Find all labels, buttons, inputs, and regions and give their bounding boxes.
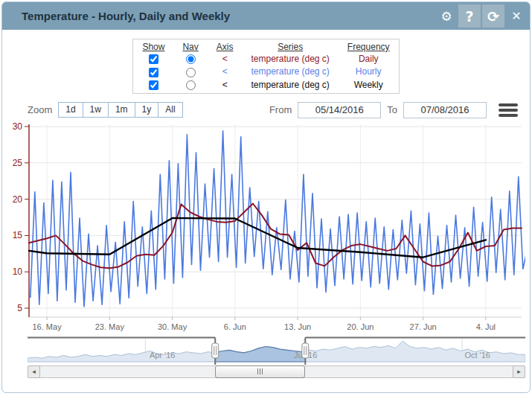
svg-text:15: 15 (13, 230, 23, 240)
col-nav: Nav (173, 39, 207, 54)
scrollbar-thumb[interactable] (215, 365, 305, 378)
header-icons: ⚙ ? ⟳ ✕ (435, 2, 530, 30)
axis-link-weekly[interactable]: < (222, 80, 228, 90)
svg-text:Oct '16: Oct '16 (464, 351, 490, 360)
chart-scrollbar: ◂ ▸ (28, 365, 525, 378)
svg-text:25: 25 (13, 158, 23, 168)
legend-row-weekly: < temperature (deg c) Weekly (133, 79, 399, 94)
zoom-1m-button[interactable]: 1m (108, 102, 135, 118)
settings-gear-icon[interactable]: ⚙ (436, 4, 457, 28)
widget-title: Temperature - Hourly, Daily and Weekly (2, 10, 230, 22)
svg-text:20: 20 (13, 194, 23, 205)
svg-text:30: 30 (13, 121, 23, 132)
col-series: Series (242, 39, 338, 54)
series-link-hourly[interactable]: temperature (deg c) (251, 66, 329, 77)
col-frequency: Frequency (339, 39, 399, 54)
series-legend: Show Nav Axis Series Frequency < tempera… (132, 39, 399, 94)
svg-text:5: 5 (17, 303, 22, 313)
to-date-input[interactable] (403, 102, 487, 118)
frequency-label-weekly: Weekly (354, 80, 383, 90)
from-date-input[interactable] (298, 102, 381, 118)
temperature-chart[interactable]: 16. May23. May30. May6. Jun13. Jun20. Ju… (7, 121, 525, 335)
page: Temperature - Hourly, Daily and Weekly ⚙… (0, 0, 532, 396)
close-icon[interactable]: ✕ (506, 4, 527, 28)
menu-icon[interactable] (499, 103, 518, 117)
zoom-label: Zoom (28, 104, 52, 115)
legend-container: Show Nav Axis Series Frequency < tempera… (2, 39, 530, 94)
nav-radio-weekly[interactable] (186, 80, 196, 90)
refresh-icon[interactable]: ⟳ (482, 4, 504, 28)
zoom-1y-button[interactable]: 1y (135, 102, 159, 118)
zoom-all-button[interactable]: All (158, 102, 182, 118)
date-range-group: From To (263, 102, 525, 118)
svg-text:10: 10 (13, 266, 23, 277)
show-checkbox-hourly[interactable] (149, 68, 158, 77)
svg-text:6. Jun: 6. Jun (224, 322, 246, 331)
col-show: Show (133, 39, 174, 54)
axis-link-hourly[interactable]: < (222, 66, 228, 77)
widget-header: Temperature - Hourly, Daily and Weekly ⚙… (2, 2, 530, 30)
svg-text:13. Jun: 13. Jun (284, 322, 311, 331)
to-label: To (387, 104, 397, 115)
frequency-label-hourly: Hourly (356, 66, 382, 77)
col-axis: Axis (208, 39, 243, 54)
frequency-label-daily: Daily (359, 54, 379, 64)
nav-radio-hourly[interactable] (186, 68, 196, 77)
legend-row-daily: < temperature (deg c) Daily (133, 53, 399, 66)
zoom-button-group: 1d 1w 1m 1y All (58, 102, 182, 118)
axis-link-daily[interactable]: < (222, 54, 228, 64)
temperature-widget: Temperature - Hourly, Daily and Weekly ⚙… (1, 1, 531, 393)
svg-text:30. May: 30. May (158, 322, 188, 331)
nav-radio-daily[interactable] (186, 54, 196, 64)
svg-text:20. Jun: 20. Jun (347, 322, 374, 331)
svg-text:16. May: 16. May (33, 322, 63, 331)
chart-toolbar: Zoom 1d 1w 1m 1y All From To (7, 101, 525, 119)
series-link-daily[interactable]: temperature (deg c) (251, 54, 329, 64)
zoom-1w-button[interactable]: 1w (83, 102, 109, 118)
show-checkbox-weekly[interactable] (149, 80, 158, 90)
svg-text:23. May: 23. May (95, 322, 125, 331)
show-checkbox-daily[interactable] (149, 54, 158, 64)
svg-text:Apr '16: Apr '16 (150, 351, 176, 360)
svg-text:27. Jun: 27. Jun (410, 322, 437, 331)
chart-navigator[interactable]: Apr '16Jul '16Oct '16 (28, 336, 525, 365)
scrollbar-left-arrow[interactable]: ◂ (28, 365, 40, 378)
legend-header-row: Show Nav Axis Series Frequency (133, 39, 399, 54)
series-link-weekly[interactable]: temperature (deg c) (251, 80, 329, 90)
from-label: From (269, 104, 292, 115)
help-icon[interactable]: ? (458, 4, 481, 28)
svg-text:4. Jul: 4. Jul (476, 322, 496, 331)
zoom-1d-button[interactable]: 1d (58, 102, 83, 118)
legend-row-hourly: < temperature (deg c) Hourly (133, 66, 399, 78)
scrollbar-right-arrow[interactable]: ▸ (513, 365, 525, 378)
